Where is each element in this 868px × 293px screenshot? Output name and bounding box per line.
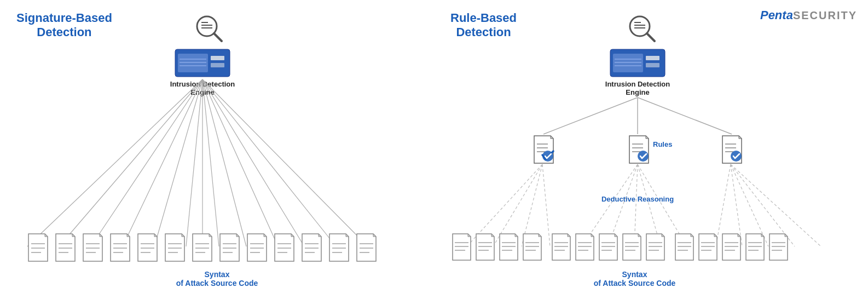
svg-line-25 xyxy=(202,79,336,246)
svg-marker-47 xyxy=(138,234,157,261)
svg-marker-28 xyxy=(45,234,48,237)
right-panel: Rule-Based Detection PentaSECURITY xyxy=(434,0,868,293)
svg-marker-72 xyxy=(275,234,294,261)
svg-marker-164 xyxy=(568,234,570,237)
svg-marker-27 xyxy=(28,234,48,261)
svg-line-21 xyxy=(202,79,219,246)
svg-marker-203 xyxy=(746,234,764,260)
svg-marker-168 xyxy=(576,234,594,260)
svg-point-114 xyxy=(542,151,553,162)
svg-point-0 xyxy=(197,16,217,36)
svg-rect-8 xyxy=(211,63,224,67)
svg-marker-63 xyxy=(236,234,239,237)
svg-text:Rules: Rules xyxy=(653,140,672,148)
svg-marker-188 xyxy=(675,234,693,260)
svg-rect-5 xyxy=(175,49,230,77)
svg-rect-7 xyxy=(211,56,224,60)
svg-marker-58 xyxy=(209,234,212,237)
svg-marker-154 xyxy=(515,234,518,237)
svg-text:Engine: Engine xyxy=(626,88,649,96)
svg-marker-48 xyxy=(154,234,157,237)
right-section-title: Rule-Based Detection xyxy=(450,11,517,40)
svg-marker-149 xyxy=(491,234,494,237)
svg-line-24 xyxy=(202,79,304,246)
svg-marker-122 xyxy=(722,136,742,163)
svg-text:Engine: Engine xyxy=(190,88,214,96)
svg-marker-173 xyxy=(599,234,617,260)
svg-marker-82 xyxy=(329,234,349,261)
svg-marker-87 xyxy=(357,234,376,261)
svg-marker-159 xyxy=(539,234,541,237)
svg-marker-144 xyxy=(468,234,471,237)
svg-marker-184 xyxy=(662,234,664,237)
svg-line-93 xyxy=(647,33,655,41)
svg-marker-158 xyxy=(523,234,541,260)
svg-line-15 xyxy=(59,79,202,246)
svg-line-108 xyxy=(638,97,732,134)
left-panel: Signature-Based Detection xyxy=(0,0,434,293)
svg-marker-204 xyxy=(761,234,764,237)
right-bottom-label: Syntax of Attack Source Code xyxy=(434,270,835,288)
right-bottom-docs xyxy=(434,233,868,263)
svg-line-22 xyxy=(202,79,246,246)
svg-text:Deductive Reasoning: Deductive Reasoning xyxy=(601,195,674,203)
svg-line-23 xyxy=(202,79,278,246)
svg-line-106 xyxy=(543,97,638,134)
svg-rect-97 xyxy=(610,49,665,77)
svg-line-17 xyxy=(123,79,202,246)
svg-marker-53 xyxy=(182,234,184,237)
penta-text: Penta xyxy=(760,8,793,22)
svg-rect-6 xyxy=(178,54,208,72)
svg-line-1 xyxy=(214,33,222,41)
svg-line-19 xyxy=(186,79,202,246)
svg-marker-123 xyxy=(739,136,742,139)
svg-marker-109 xyxy=(534,136,553,163)
svg-marker-37 xyxy=(83,234,102,261)
svg-marker-42 xyxy=(111,234,130,261)
left-section-title: Signature-Based Detection xyxy=(16,11,112,40)
svg-line-18 xyxy=(154,79,202,246)
svg-point-127 xyxy=(731,151,742,162)
svg-marker-189 xyxy=(691,234,693,237)
svg-marker-33 xyxy=(72,234,75,237)
svg-marker-193 xyxy=(699,234,717,260)
svg-marker-183 xyxy=(646,234,664,260)
svg-marker-194 xyxy=(714,234,717,237)
right-docs-svg xyxy=(450,233,852,263)
svg-marker-143 xyxy=(453,234,471,260)
svg-rect-100 xyxy=(646,63,659,67)
svg-marker-32 xyxy=(56,234,75,261)
svg-point-120 xyxy=(638,151,649,162)
svg-marker-73 xyxy=(291,234,294,237)
svg-marker-115 xyxy=(629,136,649,163)
svg-marker-199 xyxy=(738,234,740,237)
svg-marker-169 xyxy=(591,234,594,237)
svg-marker-116 xyxy=(646,136,649,139)
svg-marker-78 xyxy=(319,234,321,237)
left-bottom-docs xyxy=(0,233,434,263)
svg-point-92 xyxy=(630,16,650,36)
svg-marker-208 xyxy=(769,234,788,260)
svg-line-16 xyxy=(91,79,202,246)
svg-marker-38 xyxy=(100,234,102,237)
main-container: Signature-Based Detection xyxy=(0,0,868,293)
svg-marker-57 xyxy=(193,234,212,261)
svg-rect-99 xyxy=(646,56,659,60)
svg-marker-43 xyxy=(127,234,130,237)
svg-marker-209 xyxy=(785,234,788,237)
svg-marker-83 xyxy=(346,234,349,237)
svg-marker-62 xyxy=(220,234,239,261)
penta-security-logo: PentaSECURITY xyxy=(760,8,857,22)
svg-marker-52 xyxy=(165,234,184,261)
svg-marker-110 xyxy=(551,136,553,139)
left-docs-svg xyxy=(26,233,409,263)
svg-marker-68 xyxy=(264,234,267,237)
svg-marker-77 xyxy=(302,234,321,261)
svg-marker-88 xyxy=(373,234,376,237)
svg-text:Intrusion Detection: Intrusion Detection xyxy=(170,80,235,88)
left-bottom-label: Syntax of Attack Source Code xyxy=(0,270,434,288)
svg-marker-163 xyxy=(552,234,570,260)
svg-marker-178 xyxy=(623,234,641,260)
svg-marker-179 xyxy=(638,234,641,237)
svg-text:Intrusion Detection: Intrusion Detection xyxy=(605,80,670,88)
